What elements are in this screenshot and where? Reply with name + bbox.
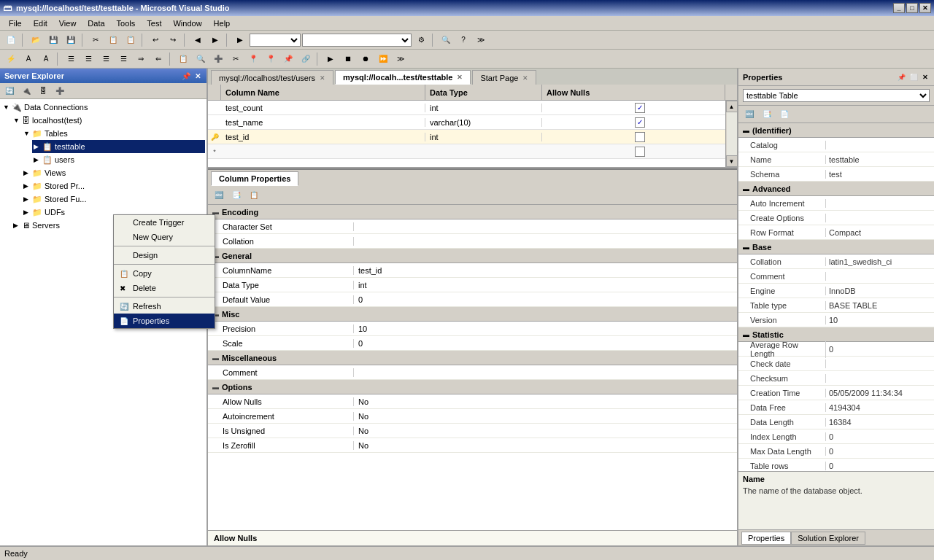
se-add-btn[interactable]: ➕ <box>52 84 68 98</box>
settings-btn[interactable]: ⚙ <box>413 33 429 47</box>
prop-group-options[interactable]: ▬ Options <box>208 380 737 394</box>
ctx-design[interactable]: Design <box>114 248 215 262</box>
prop-row[interactable]: Data Type int <box>208 278 737 292</box>
tb2-btn20[interactable]: ⏺ <box>358 52 374 66</box>
rp-row[interactable]: Index Length 0 <box>738 429 934 444</box>
search-btn[interactable]: 🔍 <box>438 33 454 47</box>
props-pin-btn[interactable]: 📌 <box>896 74 907 81</box>
run-btn[interactable]: ▶ <box>232 33 248 47</box>
platform-combo[interactable] <box>302 34 412 47</box>
ctx-properties[interactable]: 📄 Properties <box>114 314 215 328</box>
tb2-btn15[interactable]: 📍 <box>263 52 279 66</box>
prop-row[interactable]: Scale 0 <box>208 336 737 351</box>
tree-stored-funcs[interactable]: ▶ 📁 Stored Fu... <box>22 192 205 206</box>
tb2-btn17[interactable]: 🔗 <box>298 52 314 66</box>
tb2-btn3[interactable]: A <box>38 52 54 66</box>
prop-group-encoding[interactable]: ▬ Encoding <box>208 205 737 219</box>
tab-start-page[interactable]: Start Page ✕ <box>472 70 536 85</box>
se-filter-btn[interactable]: 🗄 <box>35 84 51 98</box>
tb2-btn5[interactable]: ☰ <box>80 52 96 66</box>
prop-row[interactable]: Is Unsigned No <box>208 424 737 438</box>
rp-row[interactable]: Create Options <box>738 211 934 225</box>
rp-row[interactable]: Engine InnoDB <box>738 284 934 298</box>
redo-btn[interactable]: ↪ <box>165 33 181 47</box>
se-connect-btn[interactable]: 🔌 <box>18 84 34 98</box>
tb2-btn6[interactable]: ☰ <box>98 52 114 66</box>
help-btn[interactable]: ? <box>455 33 471 47</box>
tab-close-btn[interactable]: ✕ <box>522 74 528 82</box>
rp-row[interactable]: Data Free 4194304 <box>738 400 934 415</box>
menu-view[interactable]: View <box>53 18 82 29</box>
rp-row[interactable]: Table rows 0 <box>738 459 934 471</box>
prop-row[interactable]: Comment <box>208 365 737 380</box>
tb2-btn16[interactable]: 📌 <box>280 52 296 66</box>
ctx-new-query[interactable]: New Query <box>114 230 215 244</box>
tab-testtable[interactable]: mysql://localh...test/testtable ✕ <box>335 70 471 85</box>
tree-views[interactable]: ▶ 📁 Views <box>22 166 205 179</box>
tb2-btn2[interactable]: A <box>20 52 36 66</box>
props-tab-properties[interactable]: Properties <box>741 532 791 545</box>
minimize-button[interactable]: _ <box>893 3 905 13</box>
more-btn[interactable]: ≫ <box>473 33 489 47</box>
cp-sort-cat-btn[interactable]: 📑 <box>228 188 244 203</box>
rp-row[interactable]: Average Row Length 0 <box>738 342 934 357</box>
tb2-btn7[interactable]: ☰ <box>115 52 131 66</box>
solution-combo[interactable] <box>250 34 301 47</box>
save-btn[interactable]: 💾 <box>45 33 61 47</box>
rp-group-base[interactable]: ▬ Base <box>738 240 934 254</box>
prop-row[interactable]: Precision 10 <box>208 322 737 336</box>
table-row[interactable]: test_count int ✓ <box>208 101 737 115</box>
prop-row[interactable]: Autoincrement No <box>208 409 737 424</box>
grid-vscrollbar[interactable]: ▲ ▼ <box>725 101 737 167</box>
cp-props-btn[interactable]: 📋 <box>246 188 262 203</box>
new-file-btn[interactable]: 📄 <box>3 33 19 47</box>
allow-nulls-checkbox[interactable] <box>635 147 645 157</box>
menu-help[interactable]: Help <box>208 18 236 29</box>
table-row[interactable]: 🔑 test_id int <box>208 130 737 144</box>
allow-nulls-checkbox[interactable] <box>635 132 645 142</box>
rp-group-identifier[interactable]: ▬ (Identifier) <box>738 123 934 138</box>
prop-row[interactable]: Collation <box>208 234 737 249</box>
rp-row[interactable]: Schema test <box>738 167 934 182</box>
copy-btn[interactable]: 📋 <box>105 33 121 47</box>
rp-group-advanced[interactable]: ▬ Advanced <box>738 182 934 196</box>
prop-group-miscellaneous[interactable]: ▬ Miscellaneous <box>208 351 737 365</box>
tb2-btn1[interactable]: ⚡ <box>3 52 19 66</box>
menu-edit[interactable]: Edit <box>28 18 53 29</box>
scroll-thumb[interactable] <box>727 112 737 155</box>
rp-row[interactable]: Version 10 <box>738 313 934 327</box>
rp-row[interactable]: Catalog <box>738 138 934 152</box>
props-pages-btn[interactable]: 📄 <box>776 107 792 122</box>
rp-row[interactable]: Creation Time 05/05/2009 11:34:34 <box>738 386 934 400</box>
prop-row[interactable]: Character Set <box>208 219 737 234</box>
rp-row[interactable]: Data Length 16384 <box>738 415 934 429</box>
tree-users[interactable]: ▶ 📋 users <box>32 153 205 166</box>
rp-row[interactable]: Collation latin1_swedish_ci <box>738 254 934 269</box>
tree-stored-procs[interactable]: ▶ 📁 Stored Pr... <box>22 179 205 192</box>
scroll-up-btn[interactable]: ▲ <box>726 101 738 112</box>
tab-close-btn[interactable]: ✕ <box>457 74 463 81</box>
rp-row[interactable]: Row Format Compact <box>738 225 934 240</box>
tb2-btn18[interactable]: ▶ <box>323 52 339 66</box>
rp-row[interactable]: Auto Increment <box>738 196 934 211</box>
tb2-btn14[interactable]: 📍 <box>245 52 261 66</box>
tb2-btn21[interactable]: ⏩ <box>375 52 391 66</box>
back-btn[interactable]: ◀ <box>190 33 206 47</box>
open-btn[interactable]: 📂 <box>28 33 44 47</box>
props-object-combo[interactable]: testtable Table <box>743 89 930 102</box>
tree-tables[interactable]: ▼ 📁 Tables <box>22 127 205 140</box>
menu-tools[interactable]: Tools <box>111 18 142 29</box>
tree-testtable[interactable]: ▶ 📋 testtable <box>32 140 205 153</box>
cut-btn[interactable]: ✂ <box>88 33 104 47</box>
paste-btn[interactable]: 📋 <box>123 33 139 47</box>
props-sort-btn[interactable]: 🔤 <box>741 107 757 122</box>
menu-test[interactable]: Test <box>141 18 167 29</box>
ctx-create-trigger[interactable]: Create Trigger <box>114 215 215 230</box>
tb2-btn13[interactable]: ✂ <box>228 52 244 66</box>
close-button[interactable]: ✕ <box>919 3 931 13</box>
tab-close-btn[interactable]: ✕ <box>320 74 325 82</box>
tree-localhost[interactable]: ▼ 🗄 localhost(test) <box>12 114 205 127</box>
tab-users[interactable]: mysql://localhost/test/users ✕ <box>211 70 333 85</box>
prop-row[interactable]: Default Value 0 <box>208 292 737 307</box>
prop-row[interactable]: Allow Nulls No <box>208 394 737 409</box>
